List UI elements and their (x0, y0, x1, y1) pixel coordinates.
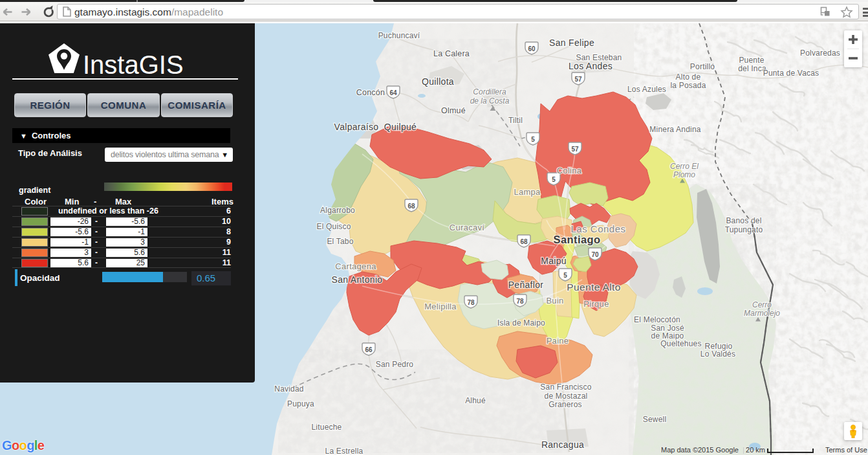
svg-text:Puente: Puente (739, 56, 764, 65)
svg-text:5: 5 (563, 272, 567, 279)
svg-text:Litueche: Litueche (312, 423, 342, 432)
svg-text:Marmolejo: Marmolejo (744, 309, 780, 318)
svg-text:57: 57 (571, 146, 579, 153)
svg-text:Santiago: Santiago (554, 234, 601, 245)
svg-text:Peñaflor: Peñaflor (508, 280, 544, 290)
svg-text:Paine: Paine (547, 336, 569, 346)
svg-text:Polvaredas: Polvaredas (800, 49, 840, 58)
svg-text:de la Costa: de la Costa (470, 96, 510, 105)
svg-text:Sewell: Sewell (643, 415, 667, 424)
svg-text:Alto de: Alto de (676, 72, 701, 82)
svg-text:Curacaví: Curacaví (450, 223, 485, 232)
svg-text:Plomo: Plomo (673, 170, 695, 179)
svg-text:Cartagena: Cartagena (335, 261, 376, 271)
svg-text:Puchuncaví: Puchuncaví (378, 31, 420, 40)
svg-text:68: 68 (407, 203, 415, 210)
svg-text:Pirque: Pirque (583, 299, 609, 309)
svg-text:El Tabo: El Tabo (327, 237, 353, 246)
svg-text:Alhué: Alhué (465, 396, 486, 405)
svg-text:78: 78 (516, 298, 524, 305)
svg-text:La Calera: La Calera (433, 49, 470, 58)
svg-text:Las Condes: Las Condes (570, 223, 625, 234)
svg-text:Queltehues: Queltehues (660, 339, 701, 348)
svg-text:57: 57 (574, 76, 582, 83)
svg-text:Los Azules: Los Azules (627, 85, 666, 94)
svg-text:del Inca: del Inca (738, 64, 766, 73)
svg-text:Navidad: Navidad (274, 384, 303, 394)
svg-text:Maipú: Maipú (541, 256, 567, 266)
svg-text:Concón: Concón (356, 88, 385, 97)
svg-text:64: 64 (389, 89, 397, 96)
svg-text:Tupungato: Tupungato (725, 225, 763, 234)
svg-text:Valparaíso: Valparaíso (334, 122, 379, 132)
svg-text:Isla de Maipo: Isla de Maipo (497, 318, 545, 327)
svg-text:68: 68 (520, 238, 528, 245)
svg-text:Los Andes: Los Andes (569, 61, 613, 71)
svg-text:Buin: Buin (546, 296, 563, 305)
svg-text:San Antonio: San Antonio (332, 274, 383, 285)
svg-text:de Mostazal: de Mostazal (545, 392, 588, 401)
svg-text:San Felipe: San Felipe (549, 38, 594, 48)
svg-text:Quillota: Quillota (422, 76, 454, 87)
svg-text:Pupuya: Pupuya (287, 399, 314, 408)
svg-text:Lo Valdés: Lo Valdés (700, 350, 735, 359)
svg-text:70: 70 (591, 251, 599, 258)
svg-text:Portillo: Portillo (690, 62, 715, 71)
svg-text:Colina: Colina (557, 166, 582, 175)
svg-text:Cordillera: Cordillera (473, 87, 506, 96)
svg-text:5: 5 (531, 136, 535, 143)
svg-text:Graneros: Graneros (548, 400, 582, 409)
svg-text:60: 60 (528, 45, 536, 52)
svg-text:El Melocotón: El Melocotón (634, 315, 680, 324)
svg-text:Puente Alto: Puente Alto (567, 282, 621, 293)
svg-text:Punta de Vacas: Punta de Vacas (763, 69, 819, 78)
svg-text:Tiltil: Tiltil (508, 116, 523, 125)
svg-text:San Francisco: San Francisco (540, 383, 591, 392)
svg-text:la Posada: la Posada (670, 81, 706, 90)
svg-text:Minera Andina: Minera Andina (649, 125, 700, 134)
svg-text:San Pedro: San Pedro (376, 360, 414, 369)
svg-text:Lampa: Lampa (514, 187, 541, 197)
svg-text:Banos del: Banos del (726, 216, 761, 225)
svg-text:5: 5 (552, 176, 556, 183)
svg-text:Cerro El: Cerro El (670, 162, 699, 171)
svg-text:El Quisco: El Quisco (316, 222, 351, 231)
svg-text:78: 78 (467, 299, 475, 306)
svg-text:Quilpué: Quilpué (384, 122, 417, 132)
svg-text:66: 66 (365, 346, 373, 353)
svg-text:Algarrobo: Algarrobo (320, 206, 355, 215)
svg-text:Melipilla: Melipilla (424, 302, 457, 311)
svg-text:Cerro: Cerro (752, 300, 772, 309)
svg-text:Olmué: Olmué (441, 106, 466, 115)
